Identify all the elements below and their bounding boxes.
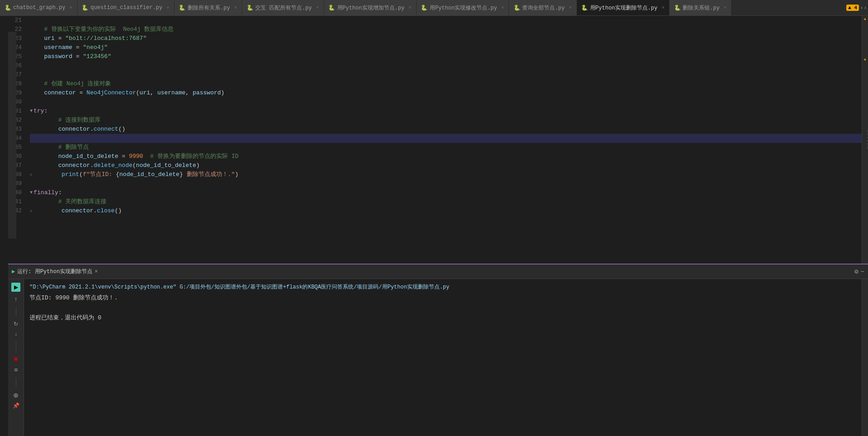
warning-badge: ▲ 4 <box>846 5 859 11</box>
tab-match-nodes[interactable]: 🐍 交互 匹配所有节点.py × <box>242 0 324 15</box>
pin-button[interactable]: 📌 <box>13 402 19 409</box>
code-line-39 <box>30 179 862 188</box>
sidebar-divider <box>16 307 16 316</box>
scview-label: SCVIEW <box>866 130 868 150</box>
run-scrollbar[interactable] <box>862 279 868 436</box>
run-output[interactable]: "D:\PyCharm 2021.2.1\venv\Scripts\python… <box>24 279 862 436</box>
sidebar-divider2 <box>16 342 16 351</box>
code-line-21 <box>30 16 862 25</box>
tab-label: 删除关系链.py <box>683 4 720 12</box>
close-run-panel-icon[interactable]: − <box>861 268 864 275</box>
code-line-40: ▼ finally : <box>30 188 862 197</box>
tab-close-icon[interactable]: × <box>501 5 504 10</box>
code-line-31: ▼ try : <box>30 107 862 116</box>
code-editor[interactable]: # 替换以下变量为你的实际 Neo4j 数据库信息 uri = "bolt://… <box>25 16 862 264</box>
wrap-button[interactable]: ⊕ <box>13 392 19 399</box>
tab-add-node[interactable]: 🐍 用Python实现增加节点.py × <box>324 0 417 15</box>
code-line-29: connector = Neo4jConnector ( uri , usern… <box>30 88 862 98</box>
scroll-tabs-left[interactable]: ‹ <box>861 5 863 11</box>
sidebar-divider3 <box>16 378 16 387</box>
run-tab-bar: ▶ 运行: 用Python实现删除节点 × ⚙ − <box>8 265 868 279</box>
code-line-22: # 替换以下变量为你的实际 Neo4j 数据库信息 <box>30 25 862 34</box>
tab-close-icon[interactable]: × <box>408 5 412 10</box>
run-tab-close[interactable]: × <box>95 269 98 275</box>
code-line-30 <box>30 98 862 107</box>
tab-label: 交互 匹配所有节点.py <box>255 4 312 12</box>
tab-del-chain[interactable]: 🐍 删除关系链.py × <box>669 0 732 15</box>
warning-stripe: ▲ ▲ SCVIEW <box>862 16 868 264</box>
top-right-controls: ▲ 4 ‹ › <box>846 5 868 11</box>
tab-label: 用Python实现增加节点.py <box>337 4 405 12</box>
list-button[interactable]: ≡ <box>14 366 18 373</box>
python-file-icon: 🐍 <box>247 5 253 11</box>
code-line-26 <box>30 61 862 70</box>
code-line-41: # 关闭数据库连接 <box>30 197 862 206</box>
main-layout: 21 22 23 24 25 26 27 28 29 30 31 32 33 3… <box>8 16 868 436</box>
code-line-36: node_id_to_delete = 9990 # 替换为要删除的节点的实际 … <box>30 152 862 161</box>
code-line-42: ⚠ connector . close () <box>30 206 862 216</box>
tab-close-icon[interactable]: × <box>316 5 319 10</box>
tab-label: 查询全部节点.py <box>522 4 565 12</box>
run-left-sidebar: ▶ ↑ ↻ ↓ ■ ≡ ⊕ 📌 <box>8 279 24 436</box>
rerun-button[interactable]: ↻ <box>14 321 18 327</box>
editor-area: 21 22 23 24 25 26 27 28 29 30 31 32 33 3… <box>8 16 868 264</box>
python-file-icon: 🐍 <box>514 5 520 11</box>
run-panel: ▶ 运行: 用Python实现删除节点 × ⚙ − ▶ ↑ ↻ ↓ ■ ≡ <box>8 264 868 436</box>
run-controls: ⚙ − <box>854 268 864 275</box>
code-line-25: password = "123456" <box>30 52 862 61</box>
code-line-37: connector . delete_node ( node_id_to_del… <box>30 161 862 170</box>
run-title-label: 运行: 用Python实现删除节点 <box>17 268 92 275</box>
tab-close-icon[interactable]: × <box>661 5 664 10</box>
down-button[interactable]: ↓ <box>15 331 17 337</box>
code-line-35: # 删除节点 <box>30 143 862 152</box>
tab-label: question_classifier.py <box>91 5 162 11</box>
run-output-exit: 进程已结束，退出代码为 0 <box>29 304 856 323</box>
python-file-icon: 🐍 <box>329 5 335 11</box>
code-line-24: username = "neo4j" <box>30 43 862 52</box>
code-line-27 <box>30 70 862 79</box>
tab-bar: 🐍 chatbot_graph.py × 🐍 question_classifi… <box>0 0 868 16</box>
tab-label: 删除所有关系.py <box>188 4 230 12</box>
python-file-icon: 🐍 <box>5 5 11 11</box>
run-icon: ▶ <box>12 268 15 275</box>
code-line-23: uri = "bolt://localhost:7687" <box>30 34 862 43</box>
code-line-28: # 创建 Neo4j 连接对象 <box>30 79 862 88</box>
python-file-icon: 🐍 <box>82 5 88 11</box>
tab-query-all[interactable]: 🐍 查询全部节点.py × <box>509 0 577 15</box>
code-line-34 <box>30 134 862 143</box>
run-button[interactable]: ▶ <box>11 283 20 292</box>
python-file-icon: 🐍 <box>674 5 680 11</box>
tab-question-classifier[interactable]: 🐍 question_classifier.py × <box>78 0 175 15</box>
tab-close-icon[interactable]: × <box>69 5 73 10</box>
settings-icon[interactable]: ⚙ <box>854 268 858 275</box>
run-content: ▶ ↑ ↻ ↓ ■ ≡ ⊕ 📌 "D:\PyCharm 2021.2.1\ven… <box>8 279 868 436</box>
tab-del-node[interactable]: 🐍 用Python实现删除节点.py × <box>577 0 669 15</box>
tab-edit-node[interactable]: 🐍 用Python实现修改节点.py × <box>417 0 509 15</box>
tab-close-icon[interactable]: × <box>724 5 727 10</box>
tab-close-icon[interactable]: × <box>234 5 237 10</box>
scroll-tabs-right[interactable]: › <box>864 5 866 11</box>
run-panel-title: ▶ 运行: 用Python实现删除节点 × <box>12 268 854 275</box>
tab-chatbot[interactable]: 🐍 chatbot_graph.py × <box>0 0 78 15</box>
tab-close-icon[interactable]: × <box>166 5 170 10</box>
python-file-icon: 🐍 <box>421 5 427 11</box>
tab-del-rel[interactable]: 🐍 删除所有关系.py × <box>175 0 242 15</box>
code-line-33: connector . connect () <box>30 125 862 134</box>
stop-button[interactable]: ↑ <box>15 295 18 303</box>
tab-label: chatbot_graph.py <box>13 5 65 11</box>
stop-exec-button[interactable]: ■ <box>14 355 18 363</box>
run-output-path: "D:\PyCharm 2021.2.1\venv\Scripts\python… <box>29 283 856 292</box>
run-output-result: 节点ID: 9990 删除节点成功！. <box>29 294 856 303</box>
tab-close-icon[interactable]: × <box>569 5 572 10</box>
code-line-38: ⚠ print ( f"节点ID: { node_id_to_delete } … <box>30 170 862 179</box>
tab-label: 用Python实现删除节点.py <box>590 4 658 12</box>
tab-label: 用Python实现修改节点.py <box>430 4 497 12</box>
python-file-icon: 🐍 <box>179 5 185 11</box>
code-line-32: # 连接到数据库 <box>30 116 862 125</box>
left-gutter-sidebar <box>8 32 16 239</box>
python-file-icon: 🐍 <box>582 5 588 11</box>
